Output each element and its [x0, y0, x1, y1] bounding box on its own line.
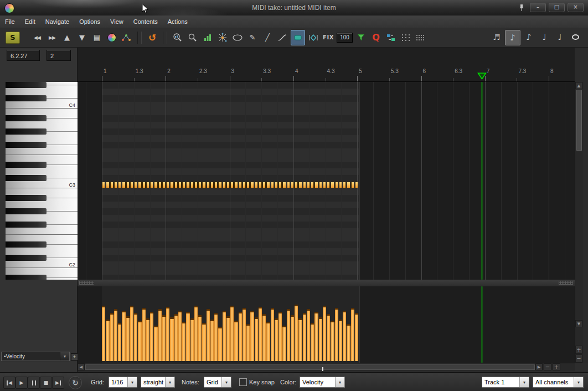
pin-icon[interactable]: [519, 4, 524, 12]
playhead-line[interactable]: [482, 286, 482, 363]
midi-note[interactable]: [142, 182, 146, 188]
zoom-content-button[interactable]: [171, 30, 184, 45]
grid-swap-button[interactable]: [384, 30, 398, 45]
midi-note[interactable]: [207, 182, 210, 188]
midi-note[interactable]: [114, 182, 117, 188]
quantize-button[interactable]: Q: [369, 30, 383, 45]
menu-item-contents[interactable]: Contents: [128, 16, 163, 28]
midi-note[interactable]: [194, 182, 198, 188]
vzoom-out-button[interactable]: −: [575, 354, 582, 363]
fix-button[interactable]: FIX: [322, 30, 335, 45]
hzoom-in-button[interactable]: +: [553, 363, 560, 371]
notes-size-select[interactable]: Grid▾: [204, 377, 231, 388]
velocity-bar[interactable]: [282, 326, 286, 361]
midi-note[interactable]: [150, 182, 153, 188]
zoom-button[interactable]: [186, 30, 199, 45]
menu-item-options[interactable]: Options: [74, 16, 105, 28]
midi-note[interactable]: [166, 182, 169, 188]
velocity-bar[interactable]: [122, 311, 125, 361]
channel-filter-select[interactable]: All channels▾: [533, 377, 584, 388]
midi-note[interactable]: [307, 182, 310, 188]
piano-key-d4[interactable]: [6, 89, 78, 95]
midi-note[interactable]: [351, 182, 354, 188]
curve-tool-button[interactable]: [276, 30, 289, 45]
velocity-bar[interactable]: [126, 316, 130, 361]
velocity-bar[interactable]: [291, 315, 294, 361]
nav-right-button[interactable]: ▶▶: [45, 30, 59, 45]
midi-note[interactable]: [218, 182, 221, 188]
piano-key-as2[interactable]: [6, 195, 78, 202]
midi-note[interactable]: [287, 182, 290, 188]
note-grid[interactable]: [78, 82, 575, 280]
velocity-bar[interactable]: [295, 305, 298, 361]
piano-key-d3[interactable]: [6, 168, 78, 175]
velocity-bar[interactable]: [311, 323, 314, 361]
event-list-view-button[interactable]: ▤: [90, 30, 104, 45]
scroll-up-icon[interactable]: ▲: [575, 82, 582, 89]
velocity-bar[interactable]: [307, 309, 310, 361]
velocity-bar[interactable]: [255, 317, 258, 361]
piano-key-fs2[interactable]: [6, 222, 78, 228]
piano-key-as3[interactable]: [6, 115, 78, 122]
piano-key-g2[interactable]: [6, 215, 78, 222]
marquee-mode-toggle[interactable]: [307, 30, 320, 45]
velocity-bar[interactable]: [142, 308, 146, 361]
velocity-bar[interactable]: [182, 322, 185, 361]
velocity-bar[interactable]: [106, 320, 109, 361]
edit-mode-toggle[interactable]: [291, 30, 305, 45]
piano-key-d2[interactable]: [6, 248, 78, 255]
position-secondary-display[interactable]: 2: [47, 50, 71, 61]
position-display[interactable]: 6.2.27: [7, 50, 40, 61]
piano-key-b3[interactable]: [6, 109, 78, 115]
timeline-ruler[interactable]: 11.322.333.344.355.366.377.38: [78, 48, 575, 82]
vertical-scrollbar[interactable]: ▲ ▼ + −: [575, 82, 583, 363]
velocity-bar[interactable]: [170, 317, 173, 361]
midi-note[interactable]: [262, 182, 266, 188]
midi-note[interactable]: [278, 182, 282, 188]
velocity-bar[interactable]: [174, 314, 178, 361]
piano-key-e2[interactable]: [6, 235, 78, 241]
go-to-end-button[interactable]: ▶: [52, 377, 64, 389]
go-to-start-button[interactable]: ◀: [3, 377, 16, 389]
transpose-up-button[interactable]: ▲: [60, 30, 74, 45]
piano-key-c3[interactable]: C3: [6, 182, 78, 188]
velocity-bar[interactable]: [166, 307, 169, 361]
velocity-bar[interactable]: [287, 309, 290, 361]
playhead-line[interactable]: [482, 82, 482, 280]
scroll-right-icon[interactable]: ▶: [535, 363, 543, 371]
midi-note[interactable]: [243, 182, 246, 188]
midi-note[interactable]: [250, 182, 254, 188]
velocity-bar[interactable]: [207, 309, 210, 361]
midi-note[interactable]: [190, 182, 194, 188]
velocity-bar[interactable]: [214, 313, 218, 361]
velocity-bar[interactable]: [331, 321, 334, 361]
velocity-bar[interactable]: [150, 312, 153, 361]
piano-key-fs3[interactable]: [6, 142, 78, 148]
dotted-grid-button[interactable]: [399, 30, 412, 45]
note-length-whole-button[interactable]: [568, 30, 582, 44]
piano-key-b1[interactable]: [6, 268, 78, 275]
velocity-bar[interactable]: [134, 313, 137, 361]
midi-note[interactable]: [298, 182, 302, 188]
velocity-bar[interactable]: [259, 307, 262, 361]
velocity-bar[interactable]: [343, 311, 346, 361]
piano-keyboard[interactable]: C4C3C2: [6, 82, 78, 280]
splitter-grip-right[interactable]: [559, 281, 573, 285]
velocity-bar[interactable]: [243, 308, 246, 361]
midi-note[interactable]: [266, 182, 270, 188]
midi-note[interactable]: [106, 182, 109, 188]
velocity-bar[interactable]: [278, 312, 282, 361]
ellipse-button[interactable]: [231, 30, 244, 45]
note-length-2-button[interactable]: ♩: [553, 30, 567, 44]
midi-note[interactable]: [234, 182, 238, 188]
quantize-strength-field[interactable]: 100: [337, 33, 353, 43]
piano-key-gs3[interactable]: [6, 128, 78, 135]
velocity-bar[interactable]: [234, 321, 238, 361]
menu-item-actions[interactable]: Actions: [163, 16, 193, 28]
velocity-bar[interactable]: [351, 308, 354, 361]
velocity-bar[interactable]: [271, 308, 274, 361]
midi-note[interactable]: [255, 182, 258, 188]
cc-lane-selector[interactable]: •Velocity ▾: [1, 352, 70, 361]
piano-key-a3[interactable]: [6, 122, 78, 128]
maximize-button[interactable]: □: [549, 3, 565, 12]
